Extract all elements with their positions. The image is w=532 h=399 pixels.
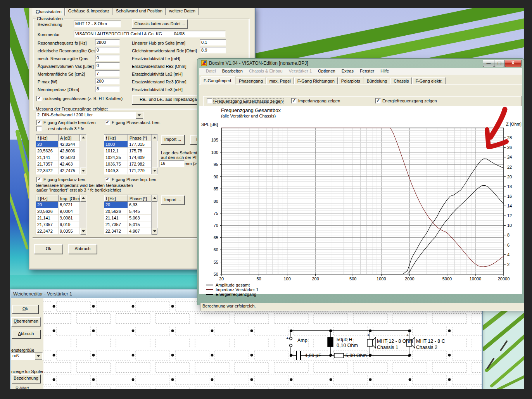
resistor-value: 5,00 Ohm	[345, 353, 367, 358]
param-field[interactable]: 0	[95, 55, 120, 61]
param-field[interactable]: 0	[95, 47, 120, 54]
amplitude-table[interactable]: f [Hz]A [dB] 2042,8244 20,562642,8006 21…	[36, 134, 86, 174]
rueckseitig-checkbox[interactable]: ✓	[36, 96, 42, 101]
param-field-right[interactable]: 0,1	[200, 39, 226, 46]
table-row: 208,9721	[36, 202, 80, 208]
messung-select[interactable]: 2. DIN-Schallwand / 200 Liter	[36, 112, 143, 119]
boxsim-titlebar[interactable]: Boxsim V1.04 - VISATON-Edition [noname.B…	[197, 59, 524, 68]
lage-field[interactable]: 16	[159, 160, 185, 167]
legend-label: Energiefrequenzgang	[216, 292, 256, 297]
tab-weitere-daten[interactable]: weitere Daten	[166, 8, 199, 15]
impedanz-table[interactable]: f [Hz]Imp. [Ohm] 208,9721 20,56269,0004 …	[36, 195, 86, 235]
fgang-impedanz-checkbox[interactable]: ✓	[36, 177, 42, 182]
tab-chassis[interactable]: Chassis	[390, 77, 412, 84]
oberhalb-label: ... erst oberhalb 3 * fc	[43, 126, 84, 131]
inductor-icon[interactable]	[328, 337, 333, 347]
impedanzgang-checkbox[interactable]: ✓	[291, 98, 297, 104]
chassis-laden-button[interactable]: Chassis laden aus Datei ...	[132, 19, 188, 29]
phase-imp-table[interactable]: f [Hz]Phase [°] 206,33 20,56265,445 21,1…	[104, 195, 158, 235]
dialog-ok-button[interactable]: Ok	[34, 244, 63, 254]
menu-hilfe[interactable]: Hilfe	[377, 68, 392, 75]
bezeichnung-field[interactable]: MHT 12 - 8 Ohm	[74, 21, 121, 28]
tab-gehaeuse-impedanz[interactable]: Gehäuse & Impedanz	[65, 8, 112, 15]
boxsim-window: Boxsim V1.04 - VISATON-Edition [noname.B…	[197, 58, 524, 305]
scrollbar[interactable]	[80, 135, 86, 174]
we-uebernehmen-button[interactable]: Übernehmen	[11, 317, 41, 326]
param-field[interactable]: 0	[95, 62, 120, 69]
table-row: 21,1419,0081	[36, 215, 80, 221]
chevron-down-icon[interactable]	[136, 112, 143, 119]
phase-table[interactable]: f [Hz]Phase [°] 1000177,315 1012,1175,78…	[104, 134, 158, 174]
menu-bearbeiten[interactable]: Bearbeiten	[219, 68, 246, 75]
tab-fgang-richtungen[interactable]: F-Gang Richtungen	[294, 77, 338, 84]
param-field[interactable]: 8	[95, 86, 120, 92]
tab-max-pegel[interactable]: max. Pegel	[266, 77, 294, 84]
param-field-right[interactable]: 8,9	[200, 47, 226, 54]
we-size-select[interactable]: roß	[11, 352, 43, 360]
tab-phasengang[interactable]: Phasengang	[236, 77, 266, 84]
app-icon	[201, 60, 207, 66]
import-button-1[interactable]: Import ...	[161, 135, 185, 144]
chevron-down-icon[interactable]	[35, 353, 42, 360]
fgang-phase-akust-checkbox[interactable]: ✓	[105, 120, 110, 125]
amp-terminal-plus[interactable]	[290, 337, 292, 340]
energiefrequenzgang-checkbox[interactable]: ✓	[375, 98, 381, 104]
param-label-right: Linearer Hub pro Seite [mm]	[132, 41, 185, 45]
y-right-tick-label: 18	[507, 184, 512, 189]
scrollbar[interactable]	[151, 135, 157, 174]
x-tick-label: 10000	[470, 276, 482, 281]
kommentar-field[interactable]: VISATON LAUTSPRECHER GmbH & Co. KG 04/08	[74, 31, 226, 38]
weicheneditor-canvas[interactable]: + − Amp 4,00 µF 50µ0 H 0,10 Ohm 5,00 Ohm…	[43, 298, 482, 389]
we-bezeichnung-button[interactable]: Bezeichnung	[12, 374, 40, 383]
x-tick-label: 100	[283, 276, 290, 281]
we-ok-button[interactable]: Ok	[12, 305, 38, 314]
menu-fenster[interactable]: Fenster	[357, 68, 377, 75]
param-field[interactable]: 200	[95, 78, 120, 85]
param-field[interactable]: 7	[95, 70, 120, 77]
minimize-button[interactable]: —	[483, 60, 494, 67]
menu-chassis-einbau[interactable]: Chassis & Einbau	[246, 68, 286, 75]
close-button[interactable]: X	[504, 60, 522, 67]
amp-terminal-minus[interactable]	[290, 344, 292, 347]
y-left-tick-label: 80	[214, 199, 218, 204]
menu-datei[interactable]: Datei	[203, 68, 219, 75]
we-abbruch-button[interactable]: Abbruch	[12, 330, 40, 339]
maximize-button[interactable]: ▢	[494, 60, 505, 67]
tab-fgang-imped[interactable]: F-Gang/Imped.	[200, 76, 235, 85]
frequency-response-chart: 2050100200500100020005000100002000050556…	[199, 106, 522, 294]
oberhalb-checkbox[interactable]	[36, 126, 42, 131]
einzelchassis-checkbox[interactable]	[207, 98, 212, 104]
einzelchassis-label: Frequenzgang Einzelchassis zeigen	[213, 98, 284, 104]
menu-extras[interactable]: Extras	[339, 68, 357, 75]
tab-buendelung[interactable]: Bündelung	[364, 77, 390, 84]
resistor-icon[interactable]	[334, 353, 344, 358]
we-spulen-label: nzeige für Spulen	[11, 369, 45, 374]
menu-verstaerker1[interactable]: Verstärker 1	[286, 68, 315, 75]
rele-import-button[interactable]: Re.. und Le.. aus Impedanzgan	[132, 95, 207, 104]
param-field[interactable]: 2800	[95, 39, 120, 46]
scrollbar[interactable]	[80, 195, 86, 235]
y-right-tick-label: 2	[507, 262, 510, 267]
speaker1-plus: +	[367, 333, 370, 337]
param-label-right: Gleichstromwiderstand Rdc [Ohm]	[132, 48, 197, 53]
desktop: Weicheneditor - Verstärker 1 Ok Übernehm…	[10, 8, 524, 389]
tab-polarplots[interactable]: Polarplots	[338, 77, 363, 84]
legend-item: Energiefrequenzgang	[206, 292, 256, 297]
tab-fgang-elektr[interactable]: F-Gang elektr.	[412, 77, 446, 84]
scrollbar[interactable]	[151, 195, 157, 235]
tab-chassisdaten[interactable]: Chassisdaten	[33, 8, 65, 16]
fgang-amplitude-checkbox[interactable]: ✓	[36, 120, 42, 125]
table-row: 1036,75172,982	[104, 161, 151, 168]
y-left-tick-label: 90	[214, 174, 218, 179]
param-label-right: Ersatzinduktivität Le [mH]	[132, 56, 180, 61]
tab-schallwand-position[interactable]: Schallwand und Position	[113, 8, 166, 15]
dialog-abbruch-button[interactable]: Abbruch	[68, 244, 97, 254]
fgang-phase-imp-checkbox[interactable]: ✓	[105, 177, 110, 182]
import-button-2[interactable]: Import ...	[161, 195, 185, 205]
menu-optionen[interactable]: Optionen	[315, 68, 339, 75]
speaker2-minus: −	[406, 347, 409, 352]
chart-region: Frequenzgang Gesamtbox (alle Verstärker …	[199, 106, 522, 294]
param-label-right: Ersatzwiderstand Re3 [Ohm]	[132, 79, 187, 84]
speaker2-plus: +	[406, 333, 409, 337]
annotation-arrow-shaft	[491, 109, 505, 137]
